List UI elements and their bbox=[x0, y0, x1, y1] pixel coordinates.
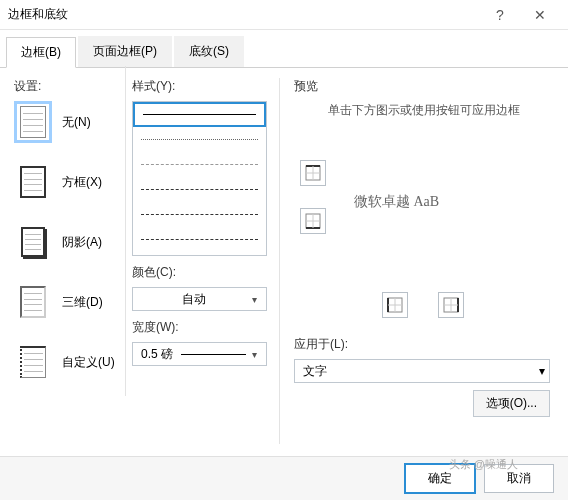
color-dropdown[interactable]: 自动 ▾ bbox=[132, 287, 267, 311]
tab-bar: 边框(B) 页面边框(P) 底纹(S) bbox=[0, 30, 568, 68]
setting-custom[interactable]: 自定义(U) bbox=[14, 341, 122, 383]
style-option[interactable] bbox=[133, 102, 266, 127]
style-listbox[interactable] bbox=[132, 101, 267, 256]
width-label: 宽度(W): bbox=[132, 319, 267, 336]
setting-none-icon bbox=[14, 101, 52, 143]
preview-hint: 单击下方图示或使用按钮可应用边框 bbox=[294, 101, 554, 119]
divider bbox=[125, 66, 126, 396]
width-dropdown[interactable]: 0.5 磅 ▾ bbox=[132, 342, 267, 366]
chevron-down-icon: ▾ bbox=[246, 349, 262, 360]
apply-dropdown[interactable]: 文字 ▾ bbox=[294, 359, 550, 383]
setting-3d[interactable]: 三维(D) bbox=[14, 281, 122, 323]
setting-custom-icon bbox=[14, 341, 52, 383]
setting-shadow-icon bbox=[14, 221, 52, 263]
preview-right-border-button[interactable] bbox=[438, 292, 464, 318]
setting-box-icon bbox=[14, 161, 52, 203]
dialog-title: 边框和底纹 bbox=[8, 6, 480, 23]
options-button[interactable]: 选项(O)... bbox=[473, 390, 550, 417]
chevron-down-icon: ▾ bbox=[539, 364, 545, 378]
settings-label: 设置: bbox=[14, 78, 122, 95]
setting-box[interactable]: 方框(X) bbox=[14, 161, 122, 203]
preview-left-border-button[interactable] bbox=[382, 292, 408, 318]
style-option[interactable] bbox=[133, 152, 266, 177]
close-button[interactable]: ✕ bbox=[520, 7, 560, 23]
chevron-down-icon: ▾ bbox=[246, 294, 262, 305]
setting-none[interactable]: 无(N) bbox=[14, 101, 122, 143]
style-label: 样式(Y): bbox=[132, 78, 267, 95]
color-label: 颜色(C): bbox=[132, 264, 267, 281]
apply-label: 应用于(L): bbox=[294, 336, 550, 353]
help-button[interactable]: ? bbox=[480, 7, 520, 23]
style-option[interactable] bbox=[133, 177, 266, 202]
style-option[interactable] bbox=[133, 227, 266, 252]
tab-page-border[interactable]: 页面边框(P) bbox=[78, 36, 172, 67]
preview-label: 预览 bbox=[294, 78, 554, 95]
style-option[interactable] bbox=[133, 127, 266, 152]
style-option[interactable] bbox=[133, 202, 266, 227]
setting-shadow[interactable]: 阴影(A) bbox=[14, 221, 122, 263]
preview-top-border-button[interactable] bbox=[300, 160, 326, 186]
preview-sample-text: 微软卓越 AaB bbox=[354, 193, 439, 211]
tab-shading[interactable]: 底纹(S) bbox=[174, 36, 244, 67]
preview-bottom-border-button[interactable] bbox=[300, 208, 326, 234]
watermark: 头条 @噪通人 bbox=[449, 457, 518, 472]
setting-3d-icon bbox=[14, 281, 52, 323]
tab-border[interactable]: 边框(B) bbox=[6, 37, 76, 68]
